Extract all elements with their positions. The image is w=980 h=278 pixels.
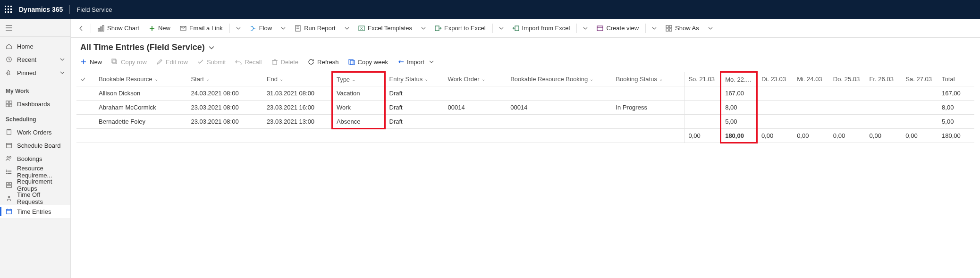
grid-row[interactable]: Allison Dickson24.03.2021 08:0031.03.202… — [76, 86, 974, 101]
nav-pinned[interactable]: Pinned — [0, 66, 70, 79]
cell-d6[interactable] — [902, 115, 938, 129]
nav-req-groups[interactable]: Requirement Groups — [0, 178, 70, 192]
cell-d1[interactable]: 8,00 — [721, 101, 757, 115]
col-start[interactable]: Start⌄ — [187, 72, 262, 86]
cell-d1[interactable]: 5,00 — [721, 115, 757, 129]
nav-schedule-board[interactable]: Schedule Board — [0, 139, 70, 152]
col-d1[interactable]: Mo. 22.03 — [721, 72, 757, 86]
cell-d2[interactable] — [757, 86, 793, 101]
cell-booking-status[interactable] — [612, 86, 684, 101]
email-link-dropdown[interactable] — [233, 22, 244, 35]
select-all-header[interactable] — [76, 72, 95, 86]
cell-d5[interactable] — [866, 86, 902, 101]
cell-entry-status[interactable]: Draft — [385, 115, 444, 129]
row-selector[interactable] — [76, 101, 95, 115]
cell-d3[interactable] — [793, 115, 829, 129]
cell-start[interactable]: 23.03.2021 08:00 — [187, 115, 262, 129]
back-button[interactable] — [75, 22, 88, 35]
row-selector[interactable] — [76, 86, 95, 101]
import-excel-dropdown[interactable] — [580, 22, 591, 35]
view-selector[interactable]: All Time Entries (Field Service) — [71, 38, 980, 55]
export-excel-button[interactable]: Export to Excel — [431, 22, 489, 35]
grid-wrapper[interactable]: Bookable Resource⌄ Start⌄ End⌄ Type⌄ Ent… — [71, 71, 980, 278]
refresh-button[interactable]: Refresh — [304, 55, 343, 68]
cell-total[interactable]: 8,00 — [938, 101, 974, 115]
cell-d2[interactable] — [757, 101, 793, 115]
excel-templates-button[interactable]: XExcel Templates — [355, 22, 416, 35]
show-chart-button[interactable]: Show Chart — [94, 22, 143, 35]
export-excel-dropdown[interactable] — [496, 22, 507, 35]
col-d0[interactable]: So. 21.03 — [684, 72, 721, 86]
nav-time-entries[interactable]: Time Entries — [0, 205, 70, 218]
cell-start[interactable]: 24.03.2021 08:00 — [187, 86, 262, 101]
cell-type[interactable]: Vacation — [332, 86, 385, 101]
col-end[interactable]: End⌄ — [263, 72, 332, 86]
flow-dropdown[interactable] — [278, 22, 289, 35]
nav-work-orders[interactable]: Work Orders — [0, 126, 70, 139]
new-button[interactable]: New — [145, 22, 174, 35]
cell-work-order[interactable] — [444, 86, 507, 101]
nav-resource-req[interactable]: Resource Requireme... — [0, 165, 70, 178]
nav-recent[interactable]: Recent — [0, 53, 70, 66]
col-booking-status[interactable]: Booking Status⌄ — [612, 72, 684, 86]
cell-type[interactable]: Work — [332, 101, 385, 115]
nav-bookings[interactable]: Bookings — [0, 152, 70, 165]
show-as-button[interactable]: Show As — [662, 22, 703, 35]
cell-entry-status[interactable]: Draft — [385, 101, 444, 115]
cell-work-order[interactable]: 00014 — [444, 101, 507, 115]
col-d5[interactable]: Fr. 26.03 — [866, 72, 902, 86]
cell-total[interactable]: 5,00 — [938, 115, 974, 129]
import-excel-button[interactable]: Import from Excel — [509, 22, 574, 35]
cell-booking-status[interactable]: In Progress — [612, 101, 684, 115]
cell-d4[interactable] — [829, 86, 866, 101]
import-button[interactable]: Import — [394, 55, 438, 68]
cell-booking-status[interactable] — [612, 115, 684, 129]
cell-d5[interactable] — [866, 101, 902, 115]
cell-d4[interactable] — [829, 101, 866, 115]
module-label[interactable]: Field Service — [76, 6, 112, 13]
cell-booking[interactable] — [507, 115, 612, 129]
grid-row[interactable]: Abraham McCormick23.03.2021 08:0023.03.2… — [76, 101, 974, 115]
cell-resource[interactable]: Abraham McCormick — [95, 101, 187, 115]
col-entry-status[interactable]: Entry Status⌄ — [385, 72, 444, 86]
nav-time-off[interactable]: Time Off Requests — [0, 192, 70, 205]
col-d3[interactable]: Mi. 24.03 — [793, 72, 829, 86]
cell-resource[interactable]: Bernadette Foley — [95, 115, 187, 129]
cell-booking[interactable]: 00014 — [507, 101, 612, 115]
cell-d5[interactable] — [866, 115, 902, 129]
cell-end[interactable]: 31.03.2021 08:00 — [263, 86, 332, 101]
app-launcher-icon[interactable] — [5, 6, 12, 13]
cell-end[interactable]: 23.03.2021 16:00 — [263, 101, 332, 115]
grid-row[interactable]: Bernadette Foley23.03.2021 08:0023.03.20… — [76, 115, 974, 129]
col-booking[interactable]: Bookable Resource Booking⌄ — [507, 72, 612, 86]
show-as-dropdown[interactable] — [705, 22, 716, 35]
cell-booking[interactable] — [507, 86, 612, 101]
create-view-button[interactable]: Create view — [593, 22, 642, 35]
nav-home[interactable]: Home — [0, 40, 70, 53]
cell-d0[interactable] — [684, 101, 721, 115]
cell-type[interactable]: Absence — [332, 115, 385, 129]
grid-new-button[interactable]: New — [76, 55, 106, 68]
cell-work-order[interactable] — [444, 115, 507, 129]
cell-d0[interactable] — [684, 86, 721, 101]
flow-button[interactable]: Flow — [246, 22, 276, 35]
col-total[interactable]: Total — [938, 72, 974, 86]
sidebar-toggle[interactable] — [0, 19, 70, 37]
col-type[interactable]: Type⌄ — [332, 72, 385, 86]
cell-resource[interactable]: Allison Dickson — [95, 86, 187, 101]
col-d2[interactable]: Di. 23.03 — [757, 72, 793, 86]
run-report-dropdown[interactable] — [341, 22, 353, 35]
create-view-dropdown[interactable] — [649, 22, 660, 35]
cell-d3[interactable] — [793, 86, 829, 101]
copy-week-button[interactable]: Copy week — [345, 55, 392, 68]
cell-d4[interactable] — [829, 115, 866, 129]
col-resource[interactable]: Bookable Resource⌄ — [95, 72, 187, 86]
cell-d0[interactable] — [684, 115, 721, 129]
col-d6[interactable]: Sa. 27.03 — [902, 72, 938, 86]
cell-d2[interactable] — [757, 115, 793, 129]
cell-d1[interactable]: 167,00 — [721, 86, 757, 101]
brand-label[interactable]: Dynamics 365 — [19, 6, 63, 13]
cell-d6[interactable] — [902, 101, 938, 115]
cell-end[interactable]: 23.03.2021 13:00 — [263, 115, 332, 129]
cell-entry-status[interactable]: Draft — [385, 86, 444, 101]
